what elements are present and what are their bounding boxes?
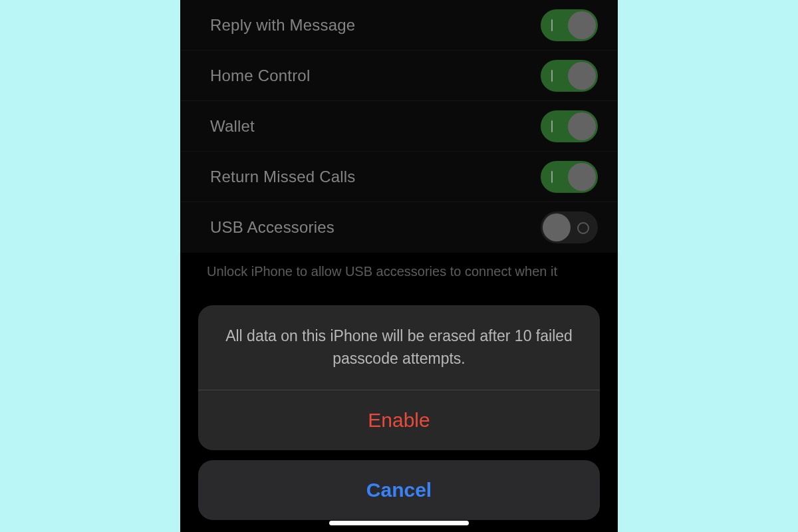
action-sheet-container: All data on this iPhone will be erased a… xyxy=(180,305,618,532)
phone-frame: Reply with Message Home Control Wallet R… xyxy=(180,0,618,532)
home-indicator[interactable] xyxy=(329,521,469,525)
cancel-button[interactable]: Cancel xyxy=(198,460,600,520)
action-sheet: All data on this iPhone will be erased a… xyxy=(198,305,600,450)
enable-button[interactable]: Enable xyxy=(198,390,600,450)
alert-message: All data on this iPhone will be erased a… xyxy=(198,305,600,390)
